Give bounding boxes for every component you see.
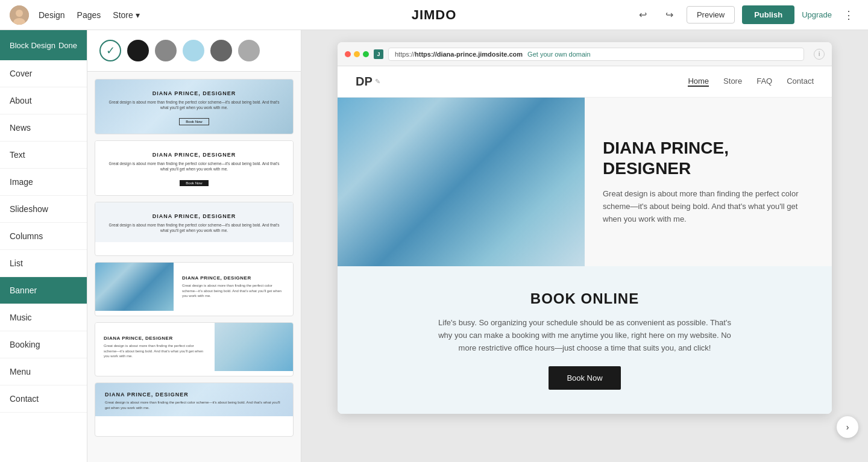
card4-title: DIANA PRINCE, DESIGNER [182, 275, 285, 281]
booking-title: BOOK ONLINE [356, 290, 814, 307]
url-text: https:// [395, 51, 415, 58]
logo-edit-icon: ✎ [375, 78, 380, 86]
hero-desc: Great design is about more than finding … [603, 188, 814, 225]
nav-item-faq[interactable]: FAQ [756, 76, 772, 87]
dot-green [363, 51, 369, 57]
hero-content: DIANA PRINCE, DESIGNER Great design is a… [585, 98, 832, 266]
checkmark-icon: ✓ [106, 44, 115, 57]
nav-item-home[interactable]: Home [688, 76, 709, 87]
svg-point-1 [16, 10, 23, 17]
swatch-white[interactable]: ✓ [99, 40, 121, 61]
swatch-black[interactable] [127, 40, 149, 61]
nav-right: ↩ ↪ Preview Publish Upgrade ⋮ [634, 5, 858, 25]
chevron-down-icon: ▾ [136, 10, 140, 20]
card1-btn[interactable]: Book Now [179, 118, 209, 125]
sidebar-item-image[interactable]: Image [0, 169, 87, 196]
sidebar-item-banner[interactable]: Banner [0, 277, 87, 304]
swatch-medgray[interactable] [238, 40, 260, 61]
redo-button[interactable]: ↪ [660, 5, 679, 25]
nav-center: JIMDO [412, 7, 457, 23]
card3-body: Great design is about more than finding … [107, 222, 281, 233]
undo-button[interactable]: ↩ [634, 5, 653, 25]
get-own-domain-link[interactable]: Get your own domain [527, 51, 591, 58]
block-design-title: Block Design [10, 41, 55, 50]
card1-body: Great design is about more than finding … [107, 99, 281, 110]
scroll-right-button[interactable]: › [837, 416, 858, 438]
booking-desc: Life's busy. So organizing your schedule… [434, 317, 735, 354]
card3-title: DIANA PRINCE, DESIGNER [107, 213, 281, 219]
logo-text: DP [356, 75, 373, 89]
browser-bar: J https://https://diana-prince.jimdosite… [338, 42, 832, 66]
sidebar-item-contact[interactable]: Contact [0, 386, 87, 413]
design-card-2[interactable]: DIANA PRINCE, DESIGNER Great design is a… [95, 140, 294, 196]
card2-body: Great design is about more than finding … [107, 161, 281, 172]
sidebar-item-cover[interactable]: Cover [0, 60, 87, 87]
preview-button[interactable]: Preview [687, 6, 735, 23]
website-header: DP ✎ Home Store FAQ Contact [338, 66, 832, 98]
site-nav: Home Store FAQ Contact [688, 76, 814, 87]
dot-yellow [354, 51, 360, 57]
design-card-5[interactable]: DIANA PRINCE, DESIGNER Great design is a… [95, 322, 294, 376]
sidebar-item-about[interactable]: About [0, 87, 87, 114]
jimdo-logo: JIMDO [412, 7, 457, 22]
hero-section: DIANA PRINCE, DESIGNER Great design is a… [338, 98, 832, 266]
card2-title: DIANA PRINCE, DESIGNER [107, 152, 281, 158]
card6-body: Great design is about more than finding … [105, 400, 283, 410]
nav-design[interactable]: Design [39, 10, 65, 20]
browser-dots [345, 51, 369, 57]
hero-image [338, 98, 585, 266]
nav-item-contact[interactable]: Contact [787, 76, 814, 87]
book-now-button[interactable]: Book Now [549, 366, 620, 390]
swatch-gray[interactable] [155, 40, 177, 61]
browser-favicon: J [374, 49, 383, 59]
browser-window: J https://https://diana-prince.jimdosite… [338, 42, 832, 414]
design-cards: DIANA PRINCE, DESIGNER Great design is a… [87, 72, 301, 444]
card2-btn[interactable]: Book Now [180, 180, 208, 186]
design-card-3[interactable]: DIANA PRINCE, DESIGNER Great design is a… [95, 202, 294, 256]
nav-item-store[interactable]: Store [723, 76, 742, 87]
info-icon[interactable]: i [814, 49, 825, 60]
nav-left: Design Pages Store ▾ [39, 10, 140, 20]
sidebar-item-list[interactable]: List [0, 250, 87, 277]
sidebar-item-columns[interactable]: Columns [0, 223, 87, 250]
sidebar-item-menu[interactable]: Menu [0, 358, 87, 386]
card6-title: DIANA PRINCE, DESIGNER [105, 392, 283, 398]
design-card-4[interactable]: DIANA PRINCE, DESIGNER Great design is a… [95, 262, 294, 316]
sidebar-items: Cover About News Text Image Slideshow Co… [0, 60, 87, 462]
nav-pages[interactable]: Pages [77, 10, 101, 20]
block-design-header: Block Design Done [0, 30, 87, 60]
site-logo: DP ✎ [356, 75, 380, 89]
card5-body: Great design is about more than finding … [104, 343, 206, 358]
sidebar-item-music[interactable]: Music [0, 304, 87, 331]
upgrade-button[interactable]: Upgrade [802, 10, 832, 19]
sidebar-item-slideshow[interactable]: Slideshow [0, 196, 87, 223]
hero-title: DIANA PRINCE, DESIGNER [603, 138, 814, 178]
design-card-6[interactable]: DIANA PRINCE, DESIGNER Great design is a… [95, 382, 294, 437]
card1-title: DIANA PRINCE, DESIGNER [107, 90, 281, 96]
left-sidebar: Block Design Done Cover About News Text … [0, 30, 87, 462]
sidebar-item-news[interactable]: News [0, 114, 87, 142]
swatch-darkgray[interactable] [210, 40, 232, 61]
card5-title: DIANA PRINCE, DESIGNER [104, 336, 206, 341]
done-button[interactable]: Done [58, 41, 77, 50]
url-domain: https://diana-prince.jimdosite.com [415, 51, 523, 58]
design-card-1[interactable]: DIANA PRINCE, DESIGNER Great design is a… [95, 79, 294, 134]
right-preview: J https://https://diana-prince.jimdosite… [301, 30, 868, 462]
card4-body: Great design is about more than finding … [182, 283, 285, 298]
dot-red [345, 51, 351, 57]
swatch-lightblue[interactable] [183, 40, 204, 61]
middle-panel: ✓ DIANA PRINCE, DESIGNER Great design is… [87, 30, 301, 462]
more-options-button[interactable]: ⋮ [839, 5, 858, 25]
avatar[interactable] [10, 5, 29, 25]
top-nav: Design Pages Store ▾ JIMDO ↩ ↪ Preview P… [0, 0, 868, 30]
main-layout: Block Design Done Cover About News Text … [0, 30, 868, 462]
sidebar-item-booking[interactable]: Booking [0, 331, 87, 358]
color-swatches: ✓ [87, 30, 301, 72]
browser-url-bar[interactable]: https://https://diana-prince.jimdosite.c… [388, 48, 804, 61]
sidebar-item-text[interactable]: Text [0, 142, 87, 169]
nav-store[interactable]: Store ▾ [113, 10, 139, 20]
booking-section: BOOK ONLINE Life's busy. So organizing y… [338, 266, 832, 414]
publish-button[interactable]: Publish [742, 5, 794, 24]
